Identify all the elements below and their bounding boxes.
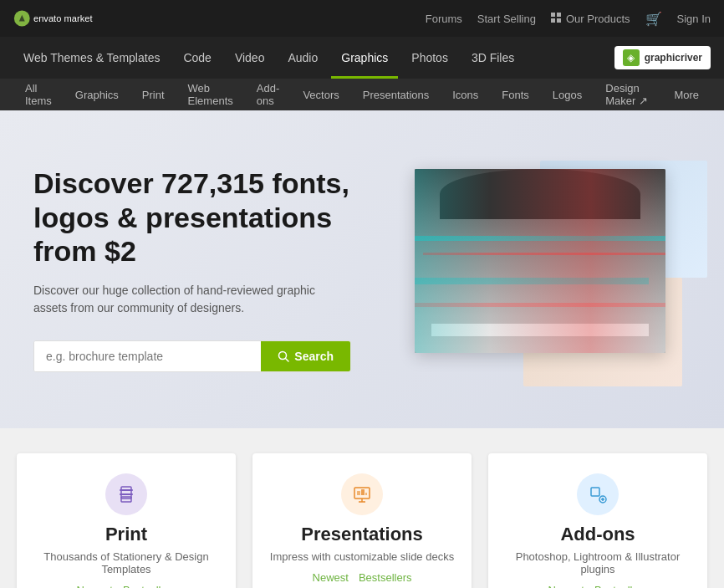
print-card-header: Print Thousands of Stationery & Design T… — [17, 453, 236, 588]
svg-rect-17 — [365, 493, 367, 495]
subnav-logos[interactable]: Logos — [541, 79, 594, 110]
our-products-label: Our Products — [566, 13, 630, 25]
svg-rect-5 — [557, 18, 561, 23]
sub-navigation: All Items Graphics Print Web Elements Ad… — [0, 79, 724, 110]
subnav-design-maker[interactable]: Design Maker ↗ — [594, 79, 662, 110]
search-bar: Search — [33, 340, 351, 372]
svg-line-7 — [286, 359, 289, 362]
addons-card-header: Add-ons Photoshop, Lightroom & Illustrat… — [488, 453, 707, 588]
category-card-addons: Add-ons Photoshop, Lightroom & Illustrat… — [488, 453, 707, 588]
svg-rect-11 — [121, 497, 131, 502]
subnav-vectors[interactable]: Vectors — [291, 79, 350, 110]
addons-links: Newest Bestsellers — [505, 584, 691, 588]
hero-content: Discover 727,315 fonts, logos & presenta… — [0, 116, 385, 422]
nav-item-audio[interactable]: Audio — [278, 37, 328, 79]
top-navigation: envato market Forums Start Selling Our P… — [0, 0, 724, 37]
search-icon — [278, 350, 289, 362]
svg-rect-18 — [591, 488, 599, 496]
print-links: Newest Bestsellers — [33, 584, 219, 588]
hero-section: Discover 727,315 fonts, logos & presenta… — [0, 110, 724, 428]
category-card-print: Print Thousands of Stationery & Design T… — [17, 453, 236, 588]
presentations-card-header: Presentations Impress with customizable … — [252, 453, 472, 588]
svg-rect-4 — [551, 18, 555, 23]
graphicriver-icon — [623, 49, 640, 66]
logo-area[interactable]: envato market — [13, 7, 114, 30]
subnav-print[interactable]: Print — [130, 79, 176, 110]
presentations-bestsellers-link[interactable]: Bestsellers — [359, 571, 412, 584]
search-input[interactable] — [34, 341, 261, 371]
top-nav-right: Forums Start Selling Our Products 🛒 Sign… — [426, 11, 711, 27]
svg-rect-2 — [551, 13, 555, 17]
envato-logo[interactable]: envato market — [13, 7, 114, 30]
nav-item-web-themes[interactable]: Web Themes & Templates — [13, 37, 170, 79]
nav-item-graphics[interactable]: Graphics — [331, 37, 398, 79]
print-icon — [116, 484, 136, 504]
nav-item-video[interactable]: Video — [225, 37, 275, 79]
addons-category-icon — [577, 473, 619, 515]
subnav-all-items[interactable]: All Items — [13, 79, 64, 110]
our-products-button[interactable]: Our Products — [551, 13, 630, 25]
category-card-presentations: Presentations Impress with customizable … — [252, 453, 472, 588]
cart-icon[interactable]: 🛒 — [645, 11, 662, 27]
grid-icon — [551, 13, 563, 24]
categories-section: Print Thousands of Stationery & Design T… — [0, 428, 724, 588]
addons-icon — [588, 484, 608, 504]
subnav-add-ons[interactable]: Add-ons — [245, 79, 292, 110]
nav-item-code[interactable]: Code — [173, 37, 221, 79]
svg-rect-3 — [557, 13, 561, 17]
presentations-desc: Impress with customizable slide decks — [269, 550, 455, 563]
presentations-title: Presentations — [269, 524, 455, 545]
hero-title: Discover 727,315 fonts, logos & presenta… — [33, 166, 351, 268]
print-title: Print — [33, 524, 219, 545]
graphicriver-badge[interactable]: graphicriver — [614, 46, 711, 69]
subnav-web-elements[interactable]: Web Elements — [176, 79, 245, 110]
print-bestsellers-link[interactable]: Bestsellers — [123, 584, 176, 588]
sign-in-link[interactable]: Sign In — [677, 13, 711, 25]
addons-newest-link[interactable]: Newest — [548, 584, 584, 588]
print-category-icon — [105, 473, 147, 515]
presentations-category-icon — [341, 473, 383, 515]
hero-image-area — [390, 110, 724, 428]
print-newest-link[interactable]: Newest — [77, 584, 113, 588]
hero-portrait — [415, 169, 665, 353]
graphicriver-label: graphicriver — [645, 52, 702, 64]
nav-item-3d-files[interactable]: 3D Files — [461, 37, 524, 79]
search-button-label: Search — [294, 350, 334, 363]
glitch-overlay — [415, 169, 665, 353]
nav-item-photos[interactable]: Photos — [401, 37, 458, 79]
hero-main-card — [415, 169, 665, 353]
subnav-graphics[interactable]: Graphics — [64, 79, 130, 110]
hero-subtitle: Discover our huge collection of hand-rev… — [33, 282, 351, 317]
search-button[interactable]: Search — [261, 341, 350, 371]
subnav-icons[interactable]: Icons — [441, 79, 490, 110]
svg-rect-15 — [357, 491, 360, 495]
subnav-more[interactable]: More — [662, 79, 711, 110]
subnav-fonts[interactable]: Fonts — [490, 79, 541, 110]
addons-bestsellers-link[interactable]: Bestsellers — [594, 584, 648, 588]
forums-link[interactable]: Forums — [426, 13, 462, 25]
main-navigation: Web Themes & Templates Code Video Audio … — [0, 37, 724, 79]
svg-text:envato market: envato market — [33, 13, 93, 23]
presentations-newest-link[interactable]: Newest — [313, 571, 349, 584]
start-selling-link[interactable]: Start Selling — [477, 13, 536, 25]
svg-rect-16 — [361, 489, 365, 495]
presentations-icon — [352, 484, 372, 504]
presentations-links: Newest Bestsellers — [269, 571, 455, 584]
addons-desc: Photoshop, Lightroom & Illustrator plugi… — [505, 550, 691, 575]
addons-title: Add-ons — [505, 524, 691, 545]
print-desc: Thousands of Stationery & Design Templat… — [33, 550, 219, 575]
subnav-presentations[interactable]: Presentations — [351, 79, 441, 110]
